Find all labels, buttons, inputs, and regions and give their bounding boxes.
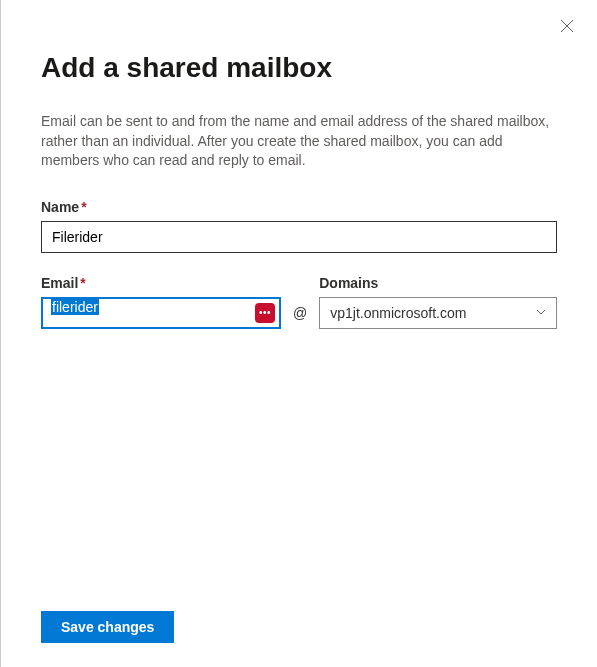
name-field-group: Name* <box>41 199 557 253</box>
email-input-wrapper: filerider ••• <box>41 297 281 329</box>
page-title: Add a shared mailbox <box>41 52 557 84</box>
page-description: Email can be sent to and from the name a… <box>41 112 557 171</box>
required-indicator: * <box>80 275 85 291</box>
name-input[interactable] <box>41 221 557 253</box>
name-label: Name* <box>41 199 557 215</box>
password-manager-icon[interactable]: ••• <box>255 303 275 323</box>
add-shared-mailbox-panel: Add a shared mailbox Email can be sent t… <box>1 0 597 667</box>
domains-field-group: Domains vp1jt.onmicrosoft.com <box>319 275 557 329</box>
domains-select[interactable]: vp1jt.onmicrosoft.com <box>319 297 557 329</box>
email-label-text: Email <box>41 275 78 291</box>
email-input[interactable]: filerider <box>41 297 281 329</box>
domains-label: Domains <box>319 275 557 291</box>
at-symbol: @ <box>293 297 307 329</box>
email-label: Email* <box>41 275 281 291</box>
email-input-selection: filerider <box>51 299 99 315</box>
domains-selected-value: vp1jt.onmicrosoft.com <box>330 305 466 321</box>
ellipsis-icon: ••• <box>259 308 271 318</box>
email-field-group: Email* filerider ••• <box>41 275 281 329</box>
save-changes-button[interactable]: Save changes <box>41 611 174 643</box>
panel-footer: Save changes <box>41 591 557 643</box>
required-indicator: * <box>81 199 86 215</box>
name-label-text: Name <box>41 199 79 215</box>
close-icon <box>560 19 574 33</box>
close-button[interactable] <box>559 18 575 34</box>
domains-select-wrapper: vp1jt.onmicrosoft.com <box>319 297 557 329</box>
email-domain-row: Email* filerider ••• @ Domains vp1jt.onm… <box>41 275 557 329</box>
